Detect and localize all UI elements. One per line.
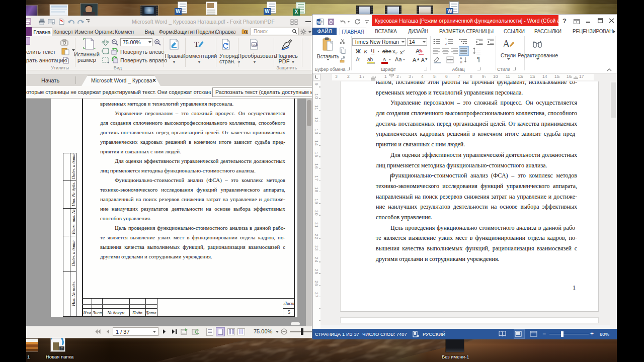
svg-text:A: A — [416, 48, 420, 55]
svg-text:1: 1 — [445, 38, 447, 41]
svg-text:А: А — [503, 38, 510, 49]
svg-text:T: T — [194, 40, 199, 48]
svg-text:А: А — [460, 56, 462, 60]
svg-text:W: W — [317, 20, 321, 25]
svg-text:2: 2 — [445, 42, 447, 45]
svg-text:DCR: DCR — [253, 43, 258, 46]
svg-text:Я: Я — [460, 60, 462, 64]
